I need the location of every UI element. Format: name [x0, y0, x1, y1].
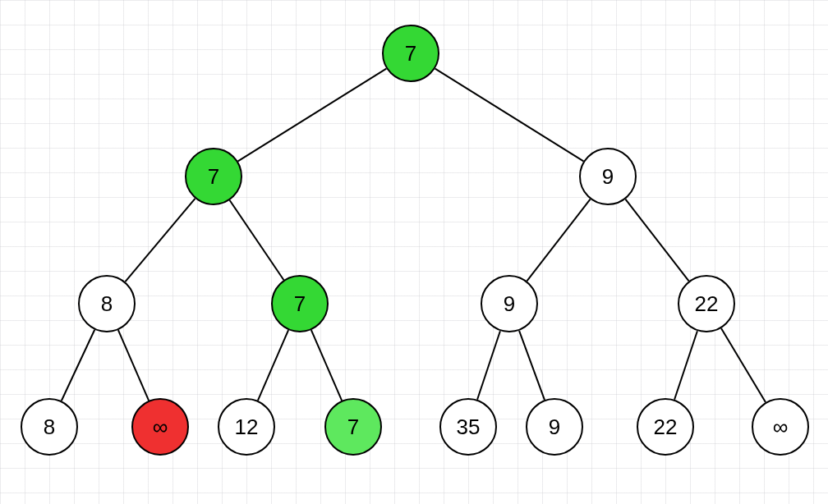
tree-node: 22: [637, 398, 694, 456]
tree-node: ∞: [131, 398, 189, 456]
tree-node-label: 7: [294, 291, 306, 317]
tree-node: 9: [579, 148, 637, 205]
tree-node-label: 8: [101, 291, 113, 317]
tree-edge: [62, 330, 94, 401]
tree-node: 12: [218, 398, 275, 456]
tree-edge: [118, 330, 149, 401]
tree-edge: [477, 331, 500, 400]
tree-node: 8: [78, 275, 136, 332]
tree-node-label: 9: [504, 291, 515, 317]
tree-node-label: 7: [347, 415, 359, 440]
tree-node-label: 22: [654, 415, 678, 440]
tree-node-label: 35: [457, 415, 481, 440]
tree-edge: [435, 69, 584, 162]
tree-edge: [258, 330, 288, 401]
tree-node: 9: [526, 398, 583, 456]
tree-node-label: 8: [44, 415, 55, 440]
tree-node-label: 9: [549, 415, 560, 440]
tree-edge: [230, 200, 284, 280]
tree-node: 8: [21, 398, 78, 456]
tree-edge: [238, 69, 387, 162]
tree-node: 7: [324, 398, 382, 456]
tree-edge: [527, 199, 590, 282]
tree-edge: [721, 328, 766, 402]
tree-node-label: 22: [695, 291, 719, 317]
tree-node-label: ∞: [153, 415, 168, 440]
tree-node: 7: [271, 275, 329, 332]
tree-node: 7: [185, 148, 242, 205]
tree-edge: [125, 199, 195, 282]
tree-node-label: 9: [602, 164, 614, 190]
tree-edge: [625, 199, 688, 282]
tree-node: ∞: [752, 398, 809, 456]
tree-node-label: 7: [208, 164, 219, 190]
tree-node: 7: [382, 25, 439, 82]
tree-edge: [519, 331, 545, 400]
tree-node: 22: [678, 275, 735, 332]
tree-node-label: 7: [405, 41, 416, 66]
tree-edge: [674, 331, 697, 400]
tree-edge: [311, 330, 342, 401]
tree-node-label: 12: [235, 415, 259, 440]
tree-node-label: ∞: [773, 415, 789, 440]
tree-node: 9: [481, 275, 538, 332]
tree-node: 35: [439, 398, 497, 456]
